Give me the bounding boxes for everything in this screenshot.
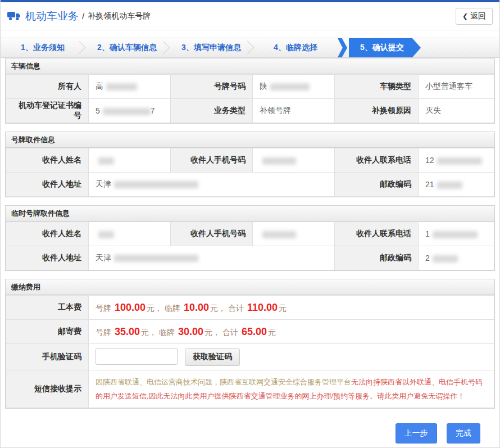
zip-code-label: 邮政编码 xyxy=(335,246,419,270)
recipient-name-value xyxy=(89,148,171,173)
table-row: 机动车登记证书编号 57 业务类型 补领号牌 补换领原因 灭失 xyxy=(6,99,494,123)
postage-label: 邮寄费 xyxy=(6,320,89,344)
recipient-address-value: 天津 xyxy=(89,246,335,270)
recipient-phone-value: 12 xyxy=(419,148,494,173)
reason-value: 灭失 xyxy=(419,99,494,123)
tab-step-5[interactable]: 5、确认提交 xyxy=(349,38,421,57)
section-plate-delivery: 号牌取件信息 收件人姓名 收件人手机号码 收件人联系电话 12 收件人地址 天津… xyxy=(5,132,495,197)
postage-value: 号牌35.00元， 临牌30.00元， 合计65.00元 xyxy=(89,320,494,344)
temp-delivery-table: 收件人姓名 收件人手机号码 收件人联系电话 1 收件人地址 天津 邮政编码 2 xyxy=(6,221,494,270)
back-button-label: 返回 xyxy=(470,11,486,21)
recipient-mobile-value xyxy=(253,222,335,246)
vehicle-info-table: 所有人 高 号牌号码 陕 车辆类型 小型普通客车 机动车登记证书编号 57 业务… xyxy=(6,74,494,123)
page-header: 机动车业务 / 补换领机动车号牌 ❮ 返回 xyxy=(1,2,499,30)
production-cost-label: 工本费 xyxy=(6,296,89,320)
plate-number-value: 陕 xyxy=(253,75,335,99)
active-step-chevron-icon xyxy=(338,38,347,57)
owner-value: 高 xyxy=(89,75,171,99)
redacted-text xyxy=(98,231,114,238)
page-title: 机动车业务 xyxy=(25,9,79,24)
owner-label: 所有人 xyxy=(6,75,89,99)
plate-number-label: 号牌号码 xyxy=(171,75,253,99)
redacted-text xyxy=(437,157,482,165)
table-row: 短信接收提示 因陕西省联通、电信运营商技术问题，陕西省互联网交通安全综合服务管理… xyxy=(6,370,494,408)
recipient-mobile-label: 收件人手机号码 xyxy=(171,222,253,246)
zip-code-label: 邮政编码 xyxy=(335,173,419,197)
recipient-name-value xyxy=(89,222,171,246)
section-title: 号牌取件信息 xyxy=(6,132,494,148)
section-temp-plate-delivery: 临时号牌取件信息 收件人姓名 收件人手机号码 收件人联系电话 1 收件人地址 天… xyxy=(5,205,495,271)
section-title: 缴纳费用 xyxy=(6,279,494,295)
sms-tip-label: 短信接收提示 xyxy=(6,370,89,408)
tab-step-4[interactable]: 4、临牌选择 xyxy=(253,38,338,57)
redacted-text xyxy=(103,108,151,115)
zip-code-value: 21 xyxy=(419,173,494,197)
recipient-phone-label: 收件人联系电话 xyxy=(335,148,419,173)
section-payment: 缴纳费用 工本费 号牌100.00元， 临牌10.00元， 合计110.00元 … xyxy=(5,279,495,409)
table-row: 所有人 高 号牌号码 陕 车辆类型 小型普通客车 xyxy=(6,75,494,99)
section-vehicle-info: 车辆信息 所有人 高 号牌号码 陕 车辆类型 小型普通客车 机动车登记证书编号 … xyxy=(5,58,495,124)
back-button[interactable]: ❮ 返回 xyxy=(456,8,493,25)
reg-cert-label: 机动车登记证书编号 xyxy=(6,99,89,123)
prev-step-button[interactable]: 上一步 xyxy=(396,423,437,444)
tab-step-1[interactable]: 1、业务须知 xyxy=(1,38,85,57)
reason-label: 补换领原因 xyxy=(335,99,419,123)
vehicle-type-value: 小型普通客车 xyxy=(419,75,494,99)
payment-table: 工本费 号牌100.00元， 临牌10.00元， 合计110.00元 邮寄费 号… xyxy=(6,295,494,408)
captcha-cell: 获取验证码 xyxy=(89,344,494,370)
redacted-text xyxy=(114,181,198,188)
captcha-input[interactable] xyxy=(96,348,178,365)
breadcrumb-subtitle: 补换领机动车号牌 xyxy=(88,11,151,21)
recipient-name-label: 收件人姓名 xyxy=(6,222,89,246)
reg-cert-value: 57 xyxy=(89,99,171,123)
redacted-text xyxy=(270,83,310,90)
table-row: 工本费 号牌100.00元， 临牌10.00元， 合计110.00元 xyxy=(6,296,494,320)
redacted-text xyxy=(98,157,114,165)
table-row: 邮寄费 号牌35.00元， 临牌30.00元， 合计65.00元 xyxy=(6,320,494,344)
captcha-label: 手机验证码 xyxy=(6,344,89,370)
footer-actions: 上一步 完成 xyxy=(1,417,499,444)
biz-type-value: 补领号牌 xyxy=(253,99,335,123)
redacted-text xyxy=(433,255,458,263)
redacted-text xyxy=(262,157,296,165)
vehicle-type-label: 车辆类型 xyxy=(335,75,419,99)
recipient-mobile-label: 收件人手机号码 xyxy=(171,148,253,173)
zip-code-value: 2 xyxy=(419,246,494,270)
redacted-text xyxy=(106,83,137,90)
redacted-text xyxy=(437,182,462,189)
redacted-text xyxy=(262,231,296,238)
finish-button[interactable]: 完成 xyxy=(447,423,480,444)
step-tabs: 1、业务须知 2、确认车辆信息 3、填写申请信息 4、临牌选择 5、确认提交 xyxy=(1,38,499,58)
plate-delivery-table: 收件人姓名 收件人手机号码 收件人联系电话 12 收件人地址 天津 邮政编码 2… xyxy=(6,148,494,197)
sms-tip-text: 因陕西省联通、电信运营商技术问题，陕西省互联网交通安全综合服务管理平台无法向持陕… xyxy=(89,370,494,408)
recipient-phone-value: 1 xyxy=(419,222,494,246)
back-chevron-icon: ❮ xyxy=(462,12,468,20)
section-title: 车辆信息 xyxy=(6,58,494,74)
production-cost-value: 号牌100.00元， 临牌10.00元， 合计110.00元 xyxy=(89,296,494,320)
tab-step-3[interactable]: 3、填写申请信息 xyxy=(169,38,253,57)
tab-step-2[interactable]: 2、确认车辆信息 xyxy=(85,38,169,57)
redacted-text xyxy=(114,255,198,262)
vehicle-truck-icon xyxy=(7,11,21,21)
redacted-text xyxy=(433,231,478,238)
recipient-name-label: 收件人姓名 xyxy=(6,148,89,173)
section-title: 临时号牌取件信息 xyxy=(6,206,494,221)
recipient-address-value: 天津 xyxy=(89,173,335,197)
table-row: 手机验证码 获取验证码 xyxy=(6,344,494,370)
table-row: 收件人地址 天津 邮政编码 2 xyxy=(6,246,494,270)
table-row: 收件人姓名 收件人手机号码 收件人联系电话 12 xyxy=(6,148,494,173)
table-row: 收件人地址 天津 邮政编码 21 xyxy=(6,173,494,197)
recipient-phone-label: 收件人联系电话 xyxy=(335,222,419,246)
table-row: 收件人姓名 收件人手机号码 收件人联系电话 1 xyxy=(6,222,494,246)
get-captcha-button[interactable]: 获取验证码 xyxy=(185,349,240,366)
page: 机动车业务 / 补换领机动车号牌 ❮ 返回 1、业务须知 2、确认车辆信息 3、… xyxy=(0,0,500,448)
breadcrumb-separator: / xyxy=(82,11,84,21)
recipient-address-label: 收件人地址 xyxy=(6,246,89,270)
biz-type-label: 业务类型 xyxy=(171,99,253,123)
recipient-address-label: 收件人地址 xyxy=(6,173,89,197)
recipient-mobile-value xyxy=(253,148,335,173)
